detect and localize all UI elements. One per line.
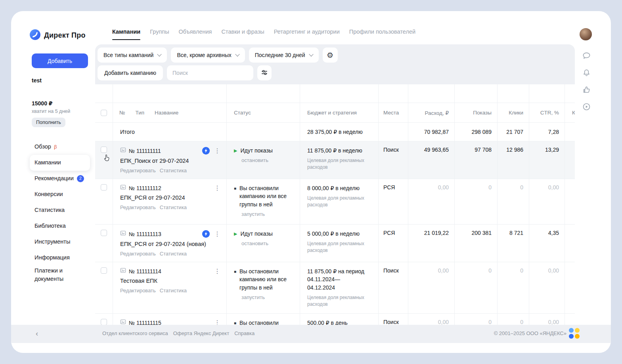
select-all-checkbox[interactable] xyxy=(101,110,107,116)
campaign-type-icon xyxy=(120,147,126,154)
status-text: Вы остановили xyxy=(239,319,279,325)
stats-link[interactable]: Статистика xyxy=(160,251,187,257)
footer-link-offer[interactable]: Оферта Яндекс Директ xyxy=(173,330,229,336)
tab-ads[interactable]: Объявления xyxy=(179,29,212,40)
copyright: © 2001–2025 ООО «ЯНДЕКС» xyxy=(494,330,566,336)
footer-link-support[interactable]: Отдел клиентского сервиса xyxy=(102,330,168,336)
chat-widget-icon[interactable] xyxy=(569,328,580,339)
archive-filter[interactable]: Все, кроме архивных xyxy=(171,48,245,63)
row-checkbox[interactable] xyxy=(101,184,107,191)
row-checkbox[interactable] xyxy=(101,230,107,236)
boost-badge-icon[interactable] xyxy=(202,230,210,238)
add-button[interactable]: Добавить xyxy=(32,53,88,68)
clicks-value: 8 721 xyxy=(498,225,529,262)
tab-groups[interactable]: Группы xyxy=(150,29,169,40)
edit-link[interactable]: Редактировать xyxy=(120,204,156,210)
tab-retargeting[interactable]: Ретаргетинг и аудитории xyxy=(274,29,340,40)
kebab-menu-icon[interactable]: ⋮ xyxy=(213,320,222,325)
row-checkbox[interactable] xyxy=(101,267,107,274)
column-settings-button[interactable] xyxy=(257,65,272,80)
campaign-name[interactable]: ЕПК_РСЯ от 29-07-2024 xyxy=(120,194,222,201)
sidebar: Директ Про Добавить test 15000 ₽ хватит … xyxy=(30,29,90,284)
search-input[interactable] xyxy=(167,65,253,80)
sidebar-item-label: Инструменты xyxy=(34,238,70,246)
campaign-number: № 111111115 xyxy=(129,320,161,325)
spend-value: 21 019,22 xyxy=(408,225,455,262)
campaign-name[interactable]: Тестовая ЕПК xyxy=(120,278,222,284)
col-ctr: CTR, % xyxy=(529,103,565,122)
ctr-value: 0,00 xyxy=(529,262,565,313)
status-action-link[interactable]: остановить xyxy=(241,157,295,163)
table-header-row: № Тип Название Статус Бюджет и стратегия… xyxy=(95,103,575,123)
kebab-menu-icon[interactable]: ⋮ xyxy=(213,231,222,237)
sidebar-item-information[interactable]: Информация xyxy=(30,250,90,266)
topup-button[interactable]: Пополнить xyxy=(32,118,65,127)
campaign-type-filter[interactable]: Все типы кампаний xyxy=(98,48,167,63)
sidebar-item-payments[interactable]: Платежи и документы xyxy=(30,266,90,284)
sidebar-item-statistics[interactable]: Статистика xyxy=(30,202,90,218)
chat-icon[interactable] xyxy=(582,51,591,60)
campaign-number: № 111111114 xyxy=(129,268,161,274)
footer-links: Отдел клиентского сервиса Оферта Яндекс … xyxy=(102,330,255,336)
campaign-name[interactable]: ЕПК_Поиск от 29-07-2024 xyxy=(120,158,222,164)
clicks-value: 0 xyxy=(498,179,529,224)
edit-link[interactable]: Редактировать xyxy=(120,288,156,293)
stats-link[interactable]: Статистика xyxy=(160,204,187,210)
beta-badge: β xyxy=(54,143,57,151)
sidebar-item-label: Платежи и документы xyxy=(34,267,85,283)
totals-ctr: 7,28 xyxy=(529,123,565,141)
status-text: Вы остановили кампанию или все группы в … xyxy=(239,184,295,208)
chevron-down-icon xyxy=(235,52,239,56)
col-number: № xyxy=(119,110,125,116)
sidebar-item-label: Кампании xyxy=(34,158,61,167)
status-stopped-icon: ■ xyxy=(234,320,236,325)
tab-campaigns[interactable]: Кампании xyxy=(112,29,140,40)
totals-clicks: 21 707 xyxy=(498,123,529,141)
stats-link[interactable]: Статистика xyxy=(160,288,187,293)
tab-user-profiles[interactable]: Профили пользователей xyxy=(349,29,415,40)
bell-icon[interactable] xyxy=(582,68,591,77)
sidebar-item-recommendations[interactable]: Рекомендации 2 xyxy=(30,171,90,187)
chevron-down-icon xyxy=(157,52,162,56)
totals-row: Итого 28 375,00 ₽ в неделю 70 982,87 298… xyxy=(95,123,575,141)
thumbs-up-icon[interactable] xyxy=(582,85,591,94)
sidebar-item-tools[interactable]: Инструменты xyxy=(30,234,90,250)
boost-badge-icon[interactable] xyxy=(202,147,210,155)
status-action-link[interactable]: запустить xyxy=(241,211,295,217)
shows-value: 200 381 xyxy=(455,225,498,262)
settings-button[interactable]: ⚙ xyxy=(323,48,338,63)
edit-link[interactable]: Редактировать xyxy=(120,251,156,257)
col-extra: Ко xyxy=(565,103,575,122)
row-checkbox[interactable] xyxy=(101,147,107,153)
status-running-icon: ▶ xyxy=(234,231,237,238)
table-row: № 111111115 ⋮ ■ Вы остановили 500,00 ₽ в… xyxy=(95,314,575,325)
edit-link[interactable]: Редактировать xyxy=(120,168,156,173)
placement: Поиск xyxy=(379,262,408,313)
budget-value: 11 875,00 ₽ на период 04.11.2024— 04.12.… xyxy=(307,267,373,292)
sidebar-item-campaigns[interactable]: Кампании xyxy=(30,155,90,171)
kebab-menu-icon[interactable]: ⋮ xyxy=(213,148,222,154)
budget-value: 500,00 ₽ в день xyxy=(307,319,373,325)
kebab-menu-icon[interactable]: ⋮ xyxy=(213,268,222,274)
row-checkbox[interactable] xyxy=(101,319,107,325)
collapse-sidebar-icon[interactable]: ‹ xyxy=(36,329,38,338)
campaigns-table: № Тип Название Статус Бюджет и стратегия… xyxy=(95,84,575,325)
footer-link-help[interactable]: Справка xyxy=(234,330,255,336)
kebab-menu-icon[interactable]: ⋮ xyxy=(213,185,222,191)
campaign-type-icon xyxy=(120,319,126,325)
period-filter[interactable]: Последние 30 дней xyxy=(249,48,319,63)
status-action-link[interactable]: остановить xyxy=(241,240,295,246)
add-campaign-button[interactable]: Добавить кампанию xyxy=(98,65,163,80)
placement: Поиск xyxy=(379,314,408,325)
sidebar-item-conversions[interactable]: Конверсии xyxy=(30,187,90,202)
stats-link[interactable]: Статистика xyxy=(160,168,187,173)
status-action-link[interactable]: запустить xyxy=(241,294,295,300)
avatar[interactable] xyxy=(580,28,592,40)
account-name: test xyxy=(32,77,90,84)
tab-bids-phrases[interactable]: Ставки и фразы xyxy=(221,29,264,40)
campaign-name[interactable]: ЕПК_РСЯ от 29-07-2024 (новая) xyxy=(120,241,222,247)
sidebar-item-library[interactable]: Библиотека xyxy=(30,218,90,234)
sliders-icon xyxy=(261,69,268,77)
play-circle-icon[interactable] xyxy=(582,102,591,111)
sidebar-item-overview[interactable]: Обзор β xyxy=(30,139,90,155)
